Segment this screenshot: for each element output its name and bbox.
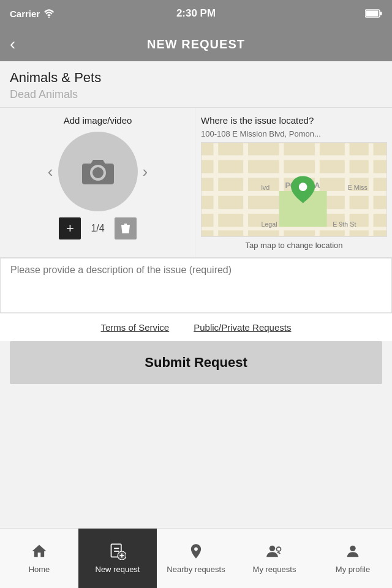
camera-button[interactable] <box>58 132 138 211</box>
nearby-icon <box>187 543 205 562</box>
nav-header: ‹ NEW REQUEST <box>0 27 392 61</box>
status-bar: Carrier 2:30 PM <box>0 0 392 27</box>
svg-rect-2 <box>366 11 379 17</box>
prev-image-button[interactable]: ‹ <box>45 162 56 181</box>
tab-new-request-label: New request <box>96 565 140 574</box>
tab-new-request[interactable]: New request <box>78 529 157 588</box>
svg-point-25 <box>299 183 307 191</box>
carrier-label: Carrier <box>10 9 40 19</box>
camera-icon <box>81 156 115 187</box>
my-requests-icon <box>266 543 283 562</box>
category-subtitle: Dead Animals <box>10 88 382 101</box>
next-image-button[interactable]: › <box>140 162 151 181</box>
svg-text:lvd: lvd <box>261 184 270 191</box>
tab-my-profile[interactable]: My profile <box>314 529 392 588</box>
svg-rect-11 <box>202 227 386 230</box>
svg-rect-8 <box>202 173 386 178</box>
tab-nearby-label: Nearby requests <box>167 565 225 574</box>
image-panel: Add image/video ‹ › + 1/4 <box>0 108 196 257</box>
map-view[interactable]: lvd POMONA E Miss Legal E 9th St <box>201 142 387 237</box>
map-panel: Where is the issue located? 100-108 E Mi… <box>196 108 392 257</box>
map-address: 100-108 E Mission Blvd, Pomon... <box>201 129 387 138</box>
back-button[interactable]: ‹ <box>10 36 15 53</box>
image-controls: + 1/4 <box>5 217 190 239</box>
battery-icon <box>365 9 382 18</box>
links-row: Terms of Service Public/Private Requests <box>0 313 392 341</box>
page-title: NEW REQUEST <box>147 37 245 51</box>
public-private-link[interactable]: Public/Private Requests <box>194 322 291 333</box>
home-icon <box>31 543 48 562</box>
status-time: 2:30 PM <box>176 7 216 20</box>
delete-image-button[interactable] <box>115 217 137 239</box>
svg-text:E 9th St: E 9th St <box>333 221 356 228</box>
battery-icon-container <box>365 9 382 18</box>
category-section: Animals & Pets Dead Animals <box>0 61 392 108</box>
image-panel-title: Add image/video <box>5 115 190 126</box>
wifi-icon <box>43 9 55 18</box>
map-svg: lvd POMONA E Miss Legal E 9th St <box>202 143 386 236</box>
tab-my-requests[interactable]: My requests <box>235 529 314 588</box>
svg-point-0 <box>48 17 50 18</box>
tab-nearby-requests[interactable]: Nearby requests <box>157 529 235 588</box>
trash-icon <box>119 222 132 235</box>
terms-of-service-link[interactable]: Terms of Service <box>101 322 170 333</box>
svg-text:E Miss: E Miss <box>348 184 368 191</box>
submit-request-button[interactable]: Submit Request <box>10 341 382 384</box>
svg-rect-7 <box>202 155 386 160</box>
svg-text:Legal: Legal <box>261 221 277 228</box>
new-request-icon <box>109 543 126 562</box>
description-section <box>0 258 392 313</box>
tab-home-label: Home <box>29 565 50 574</box>
add-image-button[interactable]: + <box>59 217 81 239</box>
carrier-wifi: Carrier <box>10 9 55 19</box>
svg-point-36 <box>350 546 355 551</box>
map-panel-title: Where is the issue located? <box>201 115 387 126</box>
category-title: Animals & Pets <box>10 70 382 86</box>
image-counter: 1/4 <box>91 223 104 234</box>
image-carousel: ‹ › <box>5 132 190 211</box>
tab-home[interactable]: Home <box>0 529 78 588</box>
svg-rect-13 <box>243 143 248 236</box>
tab-my-requests-label: My requests <box>253 565 296 574</box>
map-tap-hint: Tap map to change location <box>201 241 387 250</box>
svg-point-32 <box>270 546 275 551</box>
svg-rect-12 <box>213 143 218 236</box>
svg-rect-3 <box>380 12 382 15</box>
svg-rect-17 <box>369 143 374 236</box>
tab-my-profile-label: My profile <box>336 565 370 574</box>
main-panel: Add image/video ‹ › + 1/4 Where is <box>0 108 392 258</box>
description-input[interactable] <box>10 265 382 304</box>
tab-bar: Home New request Nearby requests <box>0 528 392 588</box>
profile-icon <box>344 543 361 562</box>
